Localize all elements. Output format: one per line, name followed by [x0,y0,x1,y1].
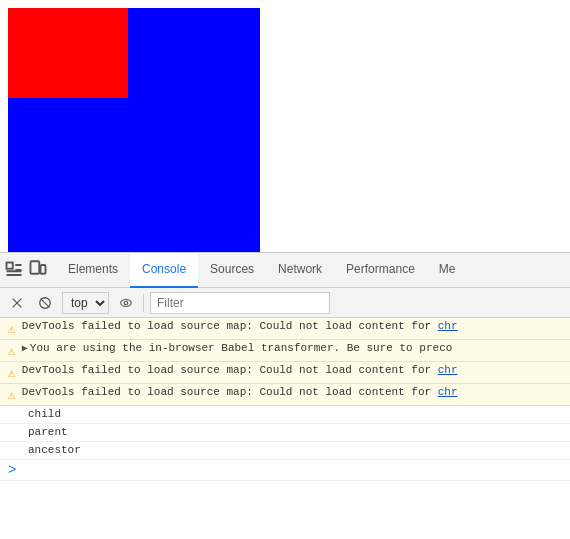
console-link-1[interactable]: chr [438,320,458,332]
filter-input[interactable] [150,292,330,314]
tab-more[interactable]: Me [427,253,468,288]
tab-performance[interactable]: Performance [334,253,427,288]
device-icon[interactable] [28,260,48,280]
console-warning-text-4: DevTools failed to load source map: Coul… [22,386,566,398]
svg-rect-1 [31,261,40,274]
prompt-icon: > [8,462,16,478]
console-warning-1: ⚠ DevTools failed to load source map: Co… [0,318,570,340]
tab-sources[interactable]: Sources [198,253,266,288]
console-toolbar: top [0,288,570,318]
console-plain-2: parent [0,424,570,442]
tab-network[interactable]: Network [266,253,334,288]
console-plain-3: ancestor [0,442,570,460]
stop-icon[interactable] [34,294,56,312]
console-link-3[interactable]: chr [438,364,458,376]
console-warning-3: ⚠ DevTools failed to load source map: Co… [0,362,570,384]
clear-console-button[interactable] [6,294,28,312]
svg-point-8 [124,301,128,305]
warning-icon-1: ⚠ [8,321,16,337]
console-plain-1: child [0,406,570,424]
tab-bar: Elements Console Sources Network Perform… [0,253,570,288]
console-plain-text-1: child [28,408,566,420]
console-output: ⚠ DevTools failed to load source map: Co… [0,318,570,539]
blue-box [8,98,260,273]
toolbar-separator [143,294,144,312]
console-plain-text-3: ancestor [28,444,566,456]
console-warning-text-3: DevTools failed to load source map: Coul… [22,364,566,376]
console-warning-4: ⚠ DevTools failed to load source map: Co… [0,384,570,406]
warning-icon-2: ⚠ [8,343,16,359]
inspect-icon[interactable] [4,260,24,280]
devtools-panel: Elements Console Sources Network Perform… [0,252,570,539]
canvas-bg [8,8,260,244]
console-warning-text-1: DevTools failed to load source map: Coul… [22,320,566,332]
svg-line-6 [41,298,50,307]
warning-icon-4: ⚠ [8,387,16,403]
console-warning-text-2: ▶You are using the in-browser Babel tran… [22,342,566,354]
console-plain-text-2: parent [28,426,566,438]
expand-triangle-2[interactable]: ▶ [22,343,28,354]
eye-icon[interactable] [115,294,137,312]
svg-rect-2 [41,265,46,274]
canvas-area [0,0,570,252]
svg-rect-0 [7,263,13,269]
warning-icon-3: ⚠ [8,365,16,381]
devtools-icons [4,260,48,280]
console-link-4[interactable]: chr [438,386,458,398]
console-warning-2: ⚠ ▶You are using the in-browser Babel tr… [0,340,570,362]
console-prompt-line[interactable]: > [0,460,570,481]
tab-console[interactable]: Console [130,253,198,288]
context-selector[interactable]: top [62,292,109,314]
svg-point-7 [121,299,132,306]
tab-elements[interactable]: Elements [56,253,130,288]
